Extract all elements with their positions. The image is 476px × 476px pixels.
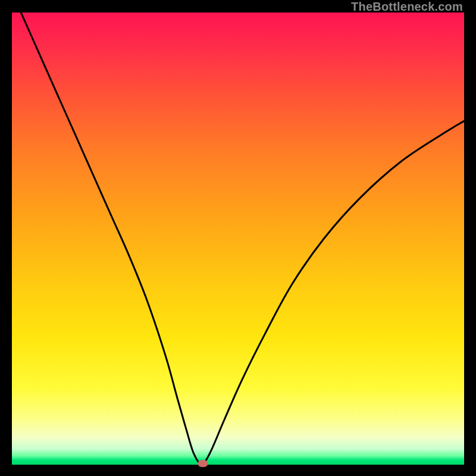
plot-area [12,12,464,465]
watermark-text: TheBottleneck.com [351,0,463,14]
chart-frame: TheBottleneck.com [0,0,476,476]
minimum-marker [198,460,208,467]
bottleneck-curve [12,12,464,465]
